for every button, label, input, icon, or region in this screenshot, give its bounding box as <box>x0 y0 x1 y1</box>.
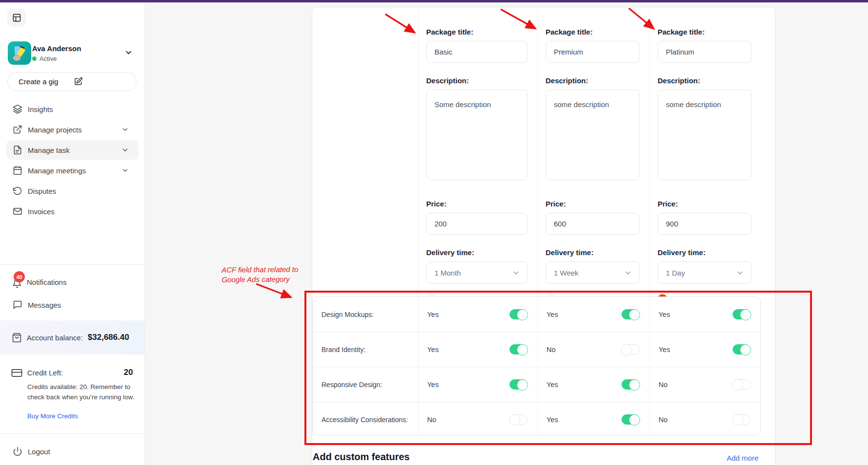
feature-toggle[interactable] <box>622 309 640 319</box>
delivery-time-label: Delivery time: <box>658 248 752 257</box>
chevron-down-icon <box>512 269 520 277</box>
delivery-time-label: Delivery time: <box>426 248 528 257</box>
feature-toggle[interactable] <box>509 414 528 425</box>
sidebar-item-manage-projects[interactable]: Manage projects <box>0 119 145 140</box>
price-label: Price: <box>426 200 528 208</box>
sidebar-item-messages[interactable]: Messages <box>0 295 145 315</box>
sidebar: Ava Anderson Active Create a gig Insight… <box>0 2 145 465</box>
feature-value: No <box>659 381 733 389</box>
package-title-label: Package title: <box>426 28 528 36</box>
shopping-bag-icon <box>12 333 22 343</box>
feature-row-responsive-design: Responsive Design: Yes Yes No <box>313 367 760 402</box>
feature-value: Yes <box>427 346 509 353</box>
price-input[interactable] <box>426 213 528 235</box>
buy-more-credits-link[interactable]: Buy More Credits <box>27 412 78 420</box>
add-custom-features-heading: Add custom features <box>313 451 410 463</box>
user-profile[interactable]: Ava Anderson Active <box>8 41 137 65</box>
feature-value: No <box>659 416 733 424</box>
description-label: Description: <box>546 76 640 85</box>
credits-available-note: Credits available: 20. Remember to check… <box>27 382 138 402</box>
sidebar-item-manage-task[interactable]: Manage task <box>0 140 145 160</box>
feature-toggle[interactable] <box>509 309 528 319</box>
divider <box>0 264 145 265</box>
feature-cell-basic: Yes <box>418 332 537 367</box>
delivery-time-select[interactable]: 1 Month <box>426 261 528 284</box>
feature-value: Yes <box>427 381 509 389</box>
user-status: Active <box>32 55 57 62</box>
sidebar-item-invoices[interactable]: Invoices <box>0 201 145 222</box>
package-title-input[interactable] <box>546 41 640 63</box>
annotation-note-line1: ACF field that related to <box>222 264 298 275</box>
feature-toggle[interactable] <box>622 379 640 390</box>
packages-card: Package title: Description: Some descrip… <box>312 7 775 465</box>
price-input[interactable] <box>546 213 640 235</box>
feature-label: Responsive Design: <box>313 367 418 402</box>
price-input[interactable] <box>658 213 752 235</box>
notification-badge: 40 <box>14 271 25 282</box>
package-column-basic: Package title: Description: Some descrip… <box>418 7 537 297</box>
feature-toggle[interactable] <box>733 344 751 354</box>
chevron-down-icon[interactable] <box>124 48 133 57</box>
feature-toggle[interactable] <box>509 344 528 354</box>
sidebar-collapse-button[interactable] <box>7 9 26 27</box>
feature-cell-basic: No <box>418 402 537 435</box>
sidebar-item-insights[interactable]: Insights <box>0 99 145 119</box>
package-title-label: Package title: <box>546 28 640 36</box>
feature-value: No <box>427 416 509 424</box>
feature-cell-basic: Yes <box>418 297 537 332</box>
package-title-input[interactable] <box>658 41 752 63</box>
rotate-arrows-icon <box>13 186 22 196</box>
feature-toggle[interactable] <box>622 414 640 425</box>
logout-button[interactable]: Logout <box>0 441 145 462</box>
sidebar-item-notifications[interactable]: 40 Notifications <box>0 271 145 293</box>
chevron-down-icon <box>121 126 129 133</box>
delivery-time-label: Delivery time: <box>546 248 640 257</box>
chat-bubble-icon <box>13 300 22 310</box>
delivery-time-select[interactable]: 1 Week <box>546 261 640 284</box>
credit-left-label: Credit Left: <box>27 369 124 377</box>
sidebar-item-label: Manage meetings <box>28 167 86 175</box>
feature-toggle[interactable] <box>509 379 528 390</box>
feature-label: Brand Identity: <box>313 332 418 367</box>
feature-toggle[interactable] <box>733 414 751 425</box>
feature-value: Yes <box>659 346 733 353</box>
package-title-input[interactable] <box>426 41 528 63</box>
user-name: Ava Anderson <box>32 44 81 53</box>
create-gig-button[interactable]: Create a gig <box>7 72 136 91</box>
chevron-down-icon <box>121 146 129 154</box>
price-label: Price: <box>658 200 752 208</box>
edit-pencil-icon <box>74 77 129 86</box>
description-textarea[interactable]: some description <box>658 90 752 180</box>
account-balance-row: Account balance: $32,686.40 <box>0 320 145 354</box>
package-column-premium: Package title: Description: some descrip… <box>537 7 649 297</box>
package-column-platinum: Package title: Description: some descrip… <box>649 7 776 297</box>
sidebar-item-label: Insights <box>28 105 53 113</box>
layers-icon <box>13 104 22 114</box>
feature-toggle[interactable] <box>733 309 751 319</box>
description-textarea[interactable]: some description <box>546 90 640 180</box>
annotation-note-line2: Google Ads category <box>222 274 298 284</box>
top-accent-bar <box>0 0 868 2</box>
chevron-down-icon <box>624 269 632 277</box>
feature-value: Yes <box>547 416 622 424</box>
external-link-icon <box>13 125 22 134</box>
feature-cell-premium: Yes <box>537 402 649 435</box>
feature-cell-platinum: Yes <box>649 332 760 367</box>
sidebar-item-manage-meetings[interactable]: Manage meetings <box>0 160 145 181</box>
description-textarea[interactable]: Some description <box>426 90 528 180</box>
delivery-time-select[interactable]: 1 Day <box>658 261 752 284</box>
delivery-time-value: 1 Week <box>554 269 579 277</box>
sidebar-item-disputes[interactable]: Disputes <box>0 181 145 201</box>
feature-cell-platinum: No <box>649 402 760 435</box>
annotation-note: ACF field that related to Google Ads cat… <box>222 264 299 284</box>
status-label: Active <box>39 55 57 62</box>
add-more-link[interactable]: Add more <box>727 454 758 462</box>
sidebar-item-label: Manage task <box>28 146 70 154</box>
envelope-icon <box>13 206 22 216</box>
feature-toggle[interactable] <box>733 379 751 390</box>
feature-label: Accessibility Considerations: <box>313 402 418 435</box>
feature-toggle[interactable] <box>622 344 640 354</box>
sidebar-item-label: Disputes <box>28 187 56 195</box>
price-label: Price: <box>546 200 640 208</box>
chevron-down-icon <box>736 269 744 277</box>
